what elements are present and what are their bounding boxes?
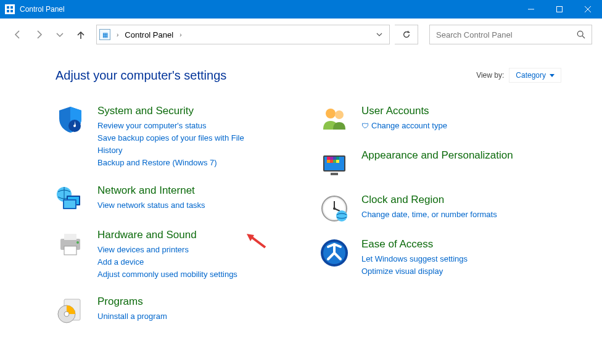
window-title: Control Panel (20, 5, 517, 14)
svg-point-12 (73, 125, 76, 127)
link-change-account-type[interactable]: Change account type (361, 120, 447, 132)
link-mobility-settings[interactable]: Adjust commonly used mobility settings (97, 268, 237, 281)
category-title[interactable]: Ease of Access (361, 238, 468, 250)
page-title: Adjust your computer's settings (56, 68, 476, 83)
svg-point-42 (333, 207, 336, 210)
minimize-button[interactable] (517, 0, 545, 19)
svg-rect-5 (557, 7, 563, 12)
link-backup-restore[interactable]: Backup and Restore (Windows 7) (97, 157, 270, 169)
link-network-status[interactable]: View network status and tasks (97, 199, 205, 212)
svg-rect-17 (64, 201, 75, 208)
search-input[interactable]: Search Control Panel (429, 25, 592, 44)
link-date-time-formats[interactable]: Change date, time, or number formats (361, 209, 497, 221)
svg-rect-1 (10, 6, 13, 9)
globe-monitors-icon (56, 184, 85, 214)
svg-line-10 (582, 36, 585, 38)
svg-rect-32 (333, 157, 336, 160)
printer-icon (56, 229, 85, 259)
svg-point-43 (336, 210, 347, 221)
svg-rect-0 (7, 6, 9, 9)
link-optimize-display[interactable]: Optimize visual display (361, 265, 468, 278)
search-placeholder: Search Control Panel (436, 30, 577, 39)
svg-rect-3 (10, 10, 13, 12)
search-icon (577, 30, 585, 39)
link-add-device[interactable]: Add a device (97, 256, 237, 268)
category-title[interactable]: Hardware and Sound (97, 229, 237, 241)
svg-point-9 (577, 31, 583, 36)
breadcrumb[interactable]: › Control Panel › (96, 25, 390, 44)
svg-line-46 (250, 236, 265, 247)
svg-point-21 (76, 241, 79, 244)
recent-dropdown[interactable] (52, 27, 68, 43)
chevron-right-icon[interactable]: › (113, 31, 122, 38)
navigation-bar: › Control Panel › Search Control Panel (0, 19, 602, 51)
svg-point-24 (64, 312, 69, 316)
link-devices-printers[interactable]: View devices and printers (97, 244, 237, 256)
svg-rect-20 (64, 246, 76, 255)
svg-rect-29 (331, 173, 338, 175)
svg-rect-37 (336, 160, 339, 163)
category-network-internet: Network and Internet View network status… (56, 184, 301, 214)
category-title[interactable]: System and Security (97, 105, 270, 117)
category-ease-of-access: Ease of Access Let Windows suggest setti… (320, 238, 565, 278)
shield-icon (56, 105, 85, 134)
svg-point-26 (335, 110, 344, 119)
category-system-security: System and Security Review your computer… (56, 105, 301, 170)
category-clock-region: Clock and Region Change date, time, or n… (320, 194, 565, 223)
link-review-status[interactable]: Review your computer's status (97, 120, 270, 132)
disc-box-icon (56, 296, 85, 325)
category-programs: Programs Uninstall a program (56, 296, 301, 325)
view-by-control: View by: Category (476, 68, 561, 83)
breadcrumb-dropdown[interactable] (376, 31, 383, 38)
svg-rect-33 (336, 157, 339, 160)
svg-rect-34 (327, 160, 330, 163)
control-panel-icon (5, 4, 15, 14)
link-suggest-settings[interactable]: Let Windows suggest settings (361, 253, 468, 265)
annotation-arrow (247, 234, 266, 250)
window-controls (517, 0, 602, 19)
link-file-history[interactable]: Save backup copies of your files with Fi… (97, 132, 270, 157)
monitor-palette-icon (320, 149, 349, 179)
category-title[interactable]: Programs (97, 296, 167, 308)
back-button[interactable] (10, 27, 26, 43)
breadcrumb-icon (99, 29, 110, 40)
svg-rect-19 (64, 234, 76, 240)
category-title[interactable]: Clock and Region (361, 194, 497, 206)
svg-rect-36 (333, 160, 336, 163)
svg-rect-2 (7, 10, 9, 12)
right-column: User Accounts Change account type Appear… (320, 105, 565, 340)
svg-rect-31 (330, 157, 333, 160)
link-uninstall-program[interactable]: Uninstall a program (97, 310, 167, 323)
left-column: System and Security Review your computer… (56, 105, 301, 340)
category-appearance: Appearance and Personalization (320, 149, 565, 179)
view-by-label: View by: (476, 71, 504, 80)
category-title[interactable]: Network and Internet (97, 184, 205, 197)
maximize-button[interactable] (545, 0, 574, 19)
category-title[interactable]: Appearance and Personalization (361, 149, 513, 162)
category-title[interactable]: User Accounts (361, 105, 447, 117)
view-by-dropdown[interactable]: Category (509, 68, 561, 83)
title-bar: Control Panel (0, 0, 602, 19)
people-icon (320, 105, 349, 134)
breadcrumb-item[interactable]: Control Panel (122, 30, 176, 39)
refresh-button[interactable] (395, 25, 418, 44)
content-area: Adjust your computer's settings View by:… (0, 51, 602, 340)
ease-of-access-icon (320, 238, 349, 268)
up-button[interactable] (73, 27, 89, 43)
close-button[interactable] (574, 0, 602, 19)
svg-rect-35 (330, 160, 333, 163)
category-user-accounts: User Accounts Change account type (320, 105, 565, 134)
forward-button[interactable] (31, 27, 47, 43)
clock-icon (320, 194, 349, 223)
chevron-right-icon[interactable]: › (176, 31, 185, 38)
svg-point-25 (326, 109, 336, 118)
svg-rect-30 (327, 157, 330, 160)
